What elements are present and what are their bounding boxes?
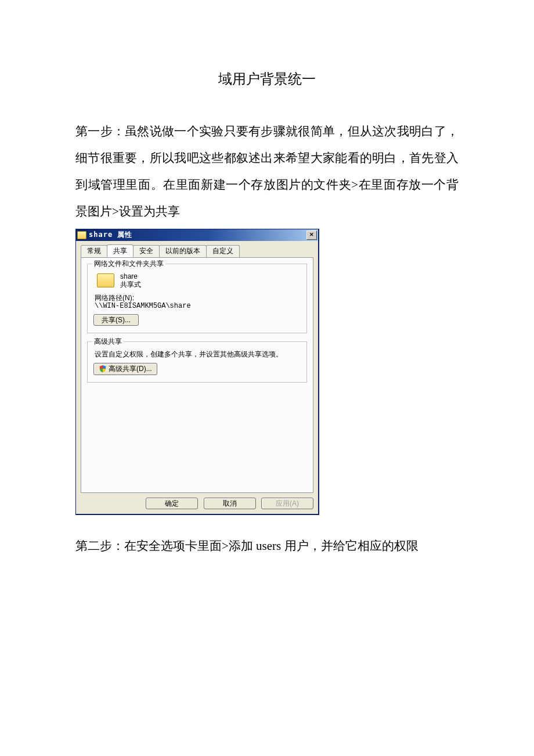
share-folder-row: share 共享式 xyxy=(97,272,301,289)
dialog-title: share 属性 xyxy=(89,231,306,239)
advanced-desc: 设置自定义权限，创建多个共享，并设置其他高级共享选项。 xyxy=(95,350,301,358)
shield-icon xyxy=(99,365,107,373)
doc-title: 域用户背景统一 xyxy=(75,64,459,95)
apply-button[interactable]: 应用(A) xyxy=(261,498,313,509)
share-folder-text: share 共享式 xyxy=(120,272,141,289)
advanced-share-button[interactable]: 高级共享(D)... xyxy=(93,363,157,375)
dialog-button-row: 确定 取消 应用(A) xyxy=(81,493,313,509)
tab-general[interactable]: 常规 xyxy=(81,245,107,258)
close-icon[interactable]: ✕ xyxy=(306,231,317,240)
properties-dialog: share 属性 ✕ 常规 共享 安全 以前的版本 自定义 网络文件和文件夹共享 xyxy=(75,229,319,516)
advanced-share-button-label: 高级共享(D)... xyxy=(109,365,152,373)
folder-icon xyxy=(97,273,114,287)
paragraph-step1: 第一步：虽然说做一个实验只要有步骤就很简单，但从这次我明白了，细节很重要，所以我… xyxy=(75,118,459,225)
cancel-button[interactable]: 取消 xyxy=(204,498,256,509)
folder-name: share xyxy=(120,272,141,280)
network-path-label: 网络路径(N): xyxy=(95,294,301,302)
network-path-value: \\WIN-E8ISAMKM5GA\share xyxy=(95,302,301,310)
tab-panel-share: 网络文件和文件夹共享 share 共享式 网络路径(N): \\WIN-E8IS… xyxy=(81,257,313,493)
group-network-sharing: 网络文件和文件夹共享 share 共享式 网络路径(N): \\WIN-E8IS… xyxy=(87,264,307,333)
share-status: 共享式 xyxy=(120,280,141,289)
group-advanced-sharing: 高级共享 设置自定义权限，创建多个共享，并设置其他高级共享选项。 xyxy=(87,341,307,383)
tab-custom[interactable]: 自定义 xyxy=(206,245,240,258)
tab-strip: 常规 共享 安全 以前的版本 自定义 xyxy=(81,244,313,258)
dialog-body: 常规 共享 安全 以前的版本 自定义 网络文件和文件夹共享 share 共享式 xyxy=(76,241,318,514)
tab-previous-versions[interactable]: 以前的版本 xyxy=(159,245,207,258)
paragraph-step2: 第二步：在安全选项卡里面>添加 users 用户，并给它相应的权限 xyxy=(75,532,459,559)
share-button[interactable]: 共享(S)... xyxy=(93,314,139,326)
folder-icon xyxy=(77,231,86,239)
tab-share[interactable]: 共享 xyxy=(107,244,134,257)
dialog-titlebar[interactable]: share 属性 ✕ xyxy=(76,229,318,241)
ok-button[interactable]: 确定 xyxy=(146,498,198,509)
tab-security[interactable]: 安全 xyxy=(133,245,160,258)
screenshot-figure: share 属性 ✕ 常规 共享 安全 以前的版本 自定义 网络文件和文件夹共享 xyxy=(75,229,459,516)
document-page: 域用户背景统一 第一步：虽然说做一个实验只要有步骤就很简单，但从这次我明白了，细… xyxy=(0,0,534,598)
group-legend: 高级共享 xyxy=(92,337,124,345)
group-legend: 网络文件和文件夹共享 xyxy=(92,260,165,268)
